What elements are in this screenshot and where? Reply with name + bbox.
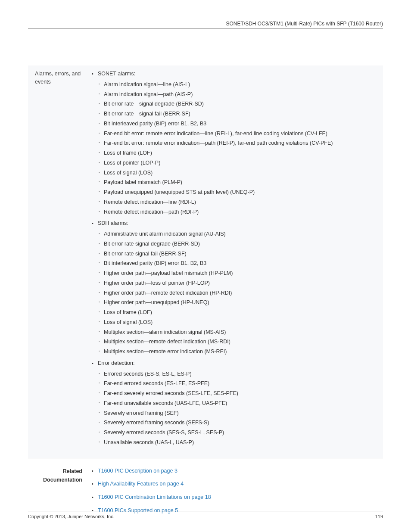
page-footer: Copyright © 2013, Juniper Networks, Inc.… <box>28 511 383 519</box>
list-item: Multiplex section—remote error indicatio… <box>104 348 376 356</box>
sdh-section: SDH alarms: Administrative unit alarm in… <box>98 219 376 356</box>
list-item: Multiplex section—remote defect indicati… <box>104 338 376 346</box>
list-item: Bit error rate—signal degrade (BERR-SD) <box>104 100 376 108</box>
list-item: Bit interleaved parity (BIP) error B1, B… <box>104 259 376 268</box>
list-item: Alarm indication signal—path (AIS-P) <box>104 90 376 99</box>
list-item: Far-end unavailable seconds (UAS-LFE, UA… <box>104 399 376 408</box>
list-item: Higher order path—remote defect indicati… <box>104 289 376 297</box>
alarms-table-row: Alarms, errors, and events SONET alarms:… <box>28 65 383 458</box>
page-number: 119 <box>375 514 383 519</box>
list-item: Higher order path—unequipped (HP-UNEQ) <box>104 299 376 307</box>
alarms-content: SONET alarms: Alarm indication signal—li… <box>91 70 376 449</box>
list-item: Payload unequipped (unequipped STS at pa… <box>104 188 376 196</box>
sonet-list: Alarm indication signal—line (AIS-L) Ala… <box>98 81 376 216</box>
header-title: SONET/SDH OC3/STM1 (Multi-Rate) PICs wit… <box>226 21 383 27</box>
copyright-text: Copyright © 2013, Juniper Networks, Inc. <box>28 514 115 519</box>
list-item: Remote defect indication—path (RDI-P) <box>104 208 376 216</box>
list-item: Multiplex section—alarm indication signa… <box>104 328 376 336</box>
sonet-title: SONET alarms: <box>98 70 376 78</box>
list-item: Loss of frame (LOF) <box>104 149 376 157</box>
related-link-item: T1600 PIC Description on page 3 <box>98 467 376 475</box>
list-item: Administrative unit alarm indication sig… <box>104 230 376 238</box>
list-item: Bit error rate signal degrade (BERR-SD) <box>104 240 376 248</box>
list-item: Bit error rate—signal fail (BERR-SF) <box>104 110 376 118</box>
related-link[interactable]: T1600 PIC Description on page 3 <box>98 468 177 474</box>
related-link-item: T1600 PIC Combination Limitations on pag… <box>98 493 376 501</box>
related-link[interactable]: High Availability Features on page 4 <box>98 481 184 487</box>
page-header: SONET/SDH OC3/STM1 (Multi-Rate) PICs wit… <box>28 21 383 29</box>
sonet-section: SONET alarms: Alarm indication signal—li… <box>98 70 376 216</box>
list-item: Severely errored framing seconds (SEFS-S… <box>104 419 376 427</box>
list-item: Remote defect indication—line (RDI-L) <box>104 198 376 206</box>
alarms-label: Alarms, errors, and events <box>35 70 91 449</box>
list-item: Far-end errored seconds (ES-LFE, ES-PFE) <box>104 380 376 388</box>
list-item: Loss of frame (LOF) <box>104 308 376 317</box>
related-link-item: High Availability Features on page 4 <box>98 480 376 488</box>
list-item: Unavailable seconds (UAS-L, UAS-P) <box>104 439 376 447</box>
list-item: Bit interleaved parity (BIP) error B1, B… <box>104 120 376 128</box>
list-item: Payload label mismatch (PLM-P) <box>104 178 376 187</box>
related-links-list: T1600 PIC Description on page 3 High Ava… <box>91 467 376 515</box>
error-detection-section: Error detection: Errored seconds (ES-S, … <box>98 359 376 447</box>
error-detection-title: Error detection: <box>98 359 376 367</box>
list-item: Errored seconds (ES-S, ES-L, ES-P) <box>104 370 376 378</box>
sdh-title: SDH alarms: <box>98 219 376 227</box>
related-label-line1: Related <box>63 468 82 474</box>
list-item: Loss of signal (LOS) <box>104 318 376 327</box>
alarms-sections: SONET alarms: Alarm indication signal—li… <box>91 70 376 447</box>
list-item: Loss of pointer (LOP-P) <box>104 159 376 167</box>
list-item: Bit error rate signal fail (BERR-SF) <box>104 250 376 258</box>
related-label-line2: Documentation <box>43 477 82 483</box>
list-item: Severely errored framing (SEF) <box>104 409 376 417</box>
error-detection-list: Errored seconds (ES-S, ES-L, ES-P) Far-e… <box>98 370 376 447</box>
list-item: Higher order path—payload label mismatch… <box>104 269 376 277</box>
list-item: Higher order path—loss of pointer (HP-LO… <box>104 279 376 287</box>
list-item: Far-end severely errored seconds (SES-LF… <box>104 389 376 398</box>
list-item: Far-end bit error: remote error indicati… <box>104 139 376 147</box>
sdh-list: Administrative unit alarm indication sig… <box>98 230 376 356</box>
list-item: Loss of signal (LOS) <box>104 169 376 177</box>
list-item: Far-end bit error: remote error indicati… <box>104 130 376 138</box>
list-item: Severely errored seconds (SES-S, SES-L, … <box>104 429 376 437</box>
related-link[interactable]: T1600 PIC Combination Limitations on pag… <box>98 494 211 500</box>
list-item: Alarm indication signal—line (AIS-L) <box>104 81 376 89</box>
